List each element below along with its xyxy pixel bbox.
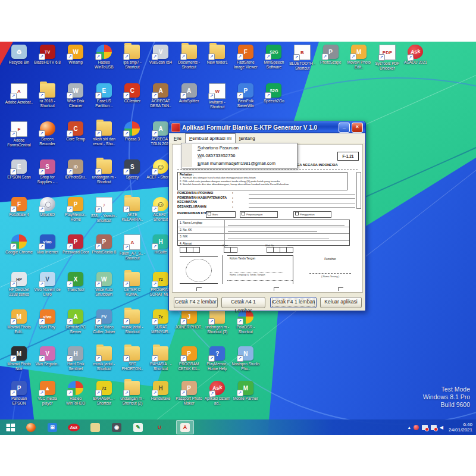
start-button[interactable] (0, 419, 20, 435)
menu-pembuat-aplikasi-ini[interactable]: Pembuat aplikasi ini (185, 133, 236, 143)
desktop-icon-blazehdtv-6-8[interactable]: TV↗BlazeHDTV 6.8 (33, 45, 62, 65)
button-cetak-f4-2-lembar[interactable]: Cetak F4 2 lembar (174, 297, 218, 308)
desktop-icon-minispeech-software[interactable]: S2G↗MiniSpeech Software (259, 45, 288, 69)
desktop-icon-kwitansi-shortcut[interactable]: W↗kwitansi - Shortcut (203, 83, 231, 109)
menu-file[interactable]: File (170, 133, 185, 143)
desktop-icon-movavi-photo-noir[interactable]: M↗Movavi Photo Noir (5, 346, 33, 371)
desktop-icon-winamp[interactable]: W↗Winamp (61, 45, 90, 65)
taskbar-clock[interactable]: 6:40 24/01/2021 (449, 422, 472, 433)
desktop-icon-agregat-desa-tan[interactable]: A↗AGREGAT DESA TAN.. (146, 83, 175, 108)
desktop-icon-838-yaasin-shortcut[interactable]: ♪↗838.. - Yaasin - Shortcut (90, 197, 118, 223)
pinned-app-camera[interactable]: ◉ (109, 421, 124, 433)
desktop-icon-bluetooth-shortcut[interactable]: B↗BLUETOOTH - Shortcut (288, 45, 317, 70)
desktop-icon-vuescan-x64[interactable]: V↗VueScan x64 (146, 45, 175, 65)
desktop-icon-undangan-m-shortcut-2[interactable]: ↗undangan m - Shortcut (2) (118, 381, 146, 405)
desktop-icon-surat-menyur[interactable]: 7z↗SURAT MENYUR.. (146, 309, 175, 334)
desktop-icon-passport-photo-maker[interactable]: P↗Passport Photo Maker (175, 381, 203, 405)
desktop-icon-hasleo-wintohdd[interactable]: ↗Hasleo WinToHDD (61, 381, 90, 405)
pinned-app-ask[interactable]: Ask (67, 421, 81, 433)
desktop-icon-core-temp[interactable]: C↗Core Temp (61, 121, 90, 142)
desktop-icon-photostudio-8[interactable]: P↗PhotoStudio 8 (90, 234, 118, 255)
desktop-icon-program-cetak-kil[interactable]: P↗PROGRAM CETAK KIL.. (175, 346, 203, 371)
desktop-icon-ipa-smp7-shortcut[interactable]: ↗ipa smp7 - Shortcut (118, 45, 146, 69)
tray-flag-icon[interactable] (431, 425, 437, 430)
tray-status-icon[interactable] (414, 425, 419, 430)
desktop-icon-asadu-2021[interactable]: Ask↗ASADU 2021 (401, 45, 430, 65)
desktop-icon-transtool[interactable]: X↗TransTool (61, 272, 90, 292)
desktop-icon-viva-segurin[interactable]: V↗Viva Segurin.. (33, 346, 62, 367)
close-button[interactable]: × (352, 123, 363, 133)
desktop-icon-passfolk-saverwin[interactable]: P↗PassFolk SaverWin (231, 83, 260, 108)
pinned-app-notes-pen[interactable]: ✎ (131, 421, 145, 433)
desktop-icon-shop-for-supplies[interactable]: S↗Shop for Supplies - .. (33, 159, 62, 184)
dropdown-item-0[interactable]: Suhartono Pasuruan (182, 144, 296, 152)
desktop-icon-joiner-phot[interactable]: J↗JOINER PHOT.. (175, 309, 203, 330)
desktop-icon-speech2go[interactable]: S2G↗Speech2Go (259, 83, 288, 104)
desktop-icon-ccleaner[interactable]: C↗CCleaner (118, 83, 146, 104)
pinned-app-windows-store[interactable]: ⊞ (45, 421, 60, 433)
desktop-icon-faststone-image-viewer[interactable]: F↗FastStone Image Viewer (231, 45, 260, 69)
desktop-icon-nostapro-studio-pho[interactable]: N↗Nostapro Studio Pho.. (231, 346, 260, 371)
desktop-icon-systools-pdf-unlocker[interactable]: PDF↗SysTools PDF Unlocker (373, 45, 402, 70)
desktop-icon-ra-2018-shortcut[interactable]: ↗ra 2018 - Shortcut (33, 83, 62, 108)
desktop-icon-playmemor-home[interactable]: P↗PlayMemor.. Home (61, 197, 90, 221)
desktop-icon-undangan-m-shortcut[interactable]: ↗undangan m - Shortcut (90, 159, 118, 184)
dropdown-item-1[interactable]: WA 085733952756 (182, 152, 296, 159)
button-keluar-aplikasi[interactable]: Keluar aplikasi (320, 297, 362, 308)
dropdown-item-2[interactable]: Email muhammadjefri1981@gmail.com (182, 159, 296, 167)
desktop-icon-idphotostu[interactable]: ID↗IDPhotoStu.. (61, 159, 90, 180)
desktop-icon-srt-phorton[interactable]: ↗SRT PHORTON.. (118, 346, 146, 371)
pinned-app-bull[interactable]: ∪ (152, 421, 167, 433)
desktop-icon-vlc-media-player[interactable]: ▲↗VLC media player (33, 381, 62, 405)
desktop-icon-vivo-play[interactable]: vivo↗Vivo Play (33, 309, 62, 330)
desktop-icon-akte-kelahira[interactable]: ↗AKTE KELAHIRA.. (118, 197, 146, 221)
desktop-icon-adobe-formscentral[interactable]: F↗Adobe FormsCentral (5, 121, 33, 147)
desktop-icon-vivo-internet[interactable]: vivo↗Vivo Internet (33, 234, 62, 255)
speaker-icon[interactable]: ◀ (440, 425, 443, 430)
desktop-icon-wise-disk-cleaner[interactable]: W↗Wise Disk Cleaner (61, 83, 90, 108)
desktop-icon-nikah-siri-dan-resmi-sho[interactable]: ↗nikah siri dan resmi - Sho.. (90, 121, 118, 146)
desktop-icon-bahagia-shortcut[interactable]: 7z↗BAHAGIA.. - Shortcut (90, 381, 118, 405)
desktop-icon-autosplitter[interactable]: A↗AutoSplitter (175, 83, 203, 104)
desktop-icon-photoscape[interactable]: P↗PhotoScape (317, 45, 345, 65)
desktop-icon-rahasia-shortcut[interactable]: ↗RAHASIA.. - Shortcut (146, 346, 175, 371)
desktop-icon-movavi-photo-edit[interactable]: M↗Movavi Photo Edit.. (345, 45, 373, 69)
desktop-icon-movavi-photo-edit[interactable]: M↗Movavi Photo Edit.. (5, 309, 33, 334)
desktop-icon-falen-a7-s-shortcut[interactable]: A↗Falen_A7_S.. - Shortcut (118, 234, 146, 260)
pinned-app-file-explorer[interactable] (88, 421, 102, 433)
desktop-icon-aplikasi-sistem-ad[interactable]: Ask↗Aplikasi sistem ad.. (203, 381, 231, 405)
menu-tentang[interactable]: tentang (236, 133, 259, 143)
desktop-icon-handbrake[interactable]: H↗HandBrake (146, 381, 175, 401)
desktop-icon-screen-recorder[interactable]: ↗Screen Recorder (33, 121, 62, 146)
desktop-icon-speccy[interactable]: S↗Speccy (118, 159, 146, 180)
desktop-icon-wise-auto-shutdown[interactable]: W↗Wise Auto Shutdown (90, 272, 118, 296)
desktop-icon-playmemor-home-help[interactable]: ?↗PlayMemor.. Home Help (203, 346, 231, 371)
desktop-icon-easeus-partition[interactable]: E↗EaseUS Partition .. (90, 83, 118, 108)
desktop-icon-panduan-epson[interactable]: P↗Panduan EPSON (5, 381, 33, 405)
minimize-button[interactable]: _ (339, 123, 350, 133)
button-cetak-f4-1-lembar[interactable]: Cetak F4 1 lembar (270, 297, 317, 308)
button-cetak-a4-1-lembar[interactable]: Cetak A4 1 Lembar (221, 297, 265, 308)
desktop-icon-undangan-m-shortcut-3[interactable]: ↗undangan m - Shortcut (3) (203, 309, 231, 334)
desktop-icon-fotoslate-4[interactable]: F↗FotoSlate 4 (5, 197, 33, 217)
window-titlebar[interactable]: Aplikasi Formulir Blanko E-KTP Generator… (169, 121, 365, 133)
desktop-icon-hasleo-wintousb[interactable]: ↗Hasleo WinToUSB (90, 45, 118, 69)
tray-flag-icon[interactable] (422, 425, 428, 430)
pinned-app-media-ball[interactable] (24, 421, 38, 433)
desktop-icon-hp-deskjet-2338-series[interactable]: HP↗HP DeskJet 2338 series (5, 272, 33, 296)
desktop-icon-google-chrome[interactable]: ↗Google Chrome (5, 234, 33, 255)
desktop-icon-leter-c-ruma[interactable]: ↗LETER C RUMA.. (118, 272, 146, 296)
pinned-app-adobe[interactable]: A (176, 420, 194, 434)
desktop-icon-hard-disk-sentinel[interactable]: H↗Hard Disk Sentinel (61, 346, 90, 371)
desktop-icon-musik-jadul-shortcut[interactable]: ↗musik jadul - Shortcut (90, 346, 118, 371)
desktop-icon-remote-pc-server[interactable]: A↗Remote PC Server (61, 309, 90, 334)
desktop-icon-ultraiso[interactable]: ↗UltraISO (33, 197, 62, 217)
desktop-icon-new-folder1[interactable]: ↗New folder1 (203, 45, 231, 65)
hidden-icons-chevron-icon[interactable]: ▴ (408, 425, 411, 430)
desktop-icon-epson-scan[interactable]: E↗EPSON Scan (5, 159, 33, 180)
desktop-icon-mobile-partner[interactable]: M↗Mobile Partner (231, 381, 260, 401)
desktop-icon-free-video-cutter-joiner[interactable]: FV↗Free Video Cutter Joiner (90, 309, 118, 334)
desktop-icon-documents-shortcut[interactable]: ↗Documents - Shortcut (175, 45, 203, 69)
desktop-icon-recycle-bin[interactable]: ♻Recycle Bin (5, 45, 33, 65)
desktop-icon-adobe-acrobat[interactable]: A↗Adobe Acrobat.. (5, 83, 33, 105)
